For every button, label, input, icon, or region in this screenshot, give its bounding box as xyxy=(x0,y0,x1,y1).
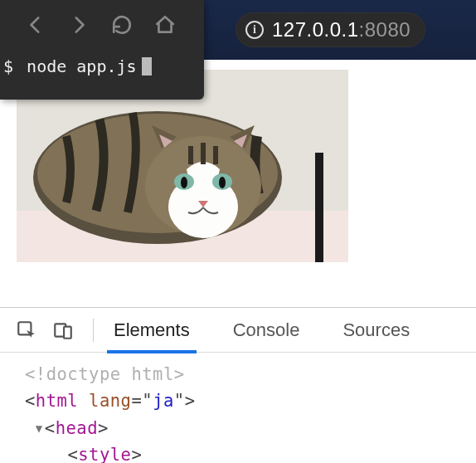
browser-nav-buttons xyxy=(0,0,204,50)
browser-toolbar: $ node app.js i 127.0.0.1:8080 xyxy=(0,0,476,60)
terminal-window: $ node app.js xyxy=(0,0,204,100)
svg-point-9 xyxy=(181,177,187,188)
reload-icon[interactable] xyxy=(111,14,133,36)
code-head[interactable]: ▼<head> xyxy=(25,415,476,441)
tab-sources[interactable]: Sources xyxy=(339,308,413,353)
tab-console[interactable]: Console xyxy=(230,308,304,353)
svg-point-10 xyxy=(219,177,226,188)
terminal-cursor xyxy=(142,57,152,76)
address-bar[interactable]: i 127.0.0.1:8080 xyxy=(236,12,425,47)
elements-tree[interactable]: <!doctype html> <html lang="ja"> ▼<head>… xyxy=(0,353,476,463)
devtools-panel: Elements Console Sources <!doctype html>… xyxy=(0,307,476,463)
twisty-icon[interactable]: ▼ xyxy=(36,419,43,437)
forward-icon[interactable] xyxy=(68,14,90,36)
back-icon[interactable] xyxy=(25,14,46,36)
terminal-command: node app.js xyxy=(27,56,136,76)
code-style[interactable]: <style> xyxy=(25,441,476,463)
url-port: :8080 xyxy=(359,18,411,41)
code-html-open[interactable]: <html lang="ja"> xyxy=(25,387,476,414)
code-doctype: <!doctype html> xyxy=(25,361,476,387)
svg-rect-2 xyxy=(315,153,323,262)
site-info-icon[interactable]: i xyxy=(245,21,264,39)
svg-rect-13 xyxy=(64,326,71,338)
url-host: 127.0.0.1 xyxy=(272,18,359,41)
separator xyxy=(93,319,94,342)
url-text: 127.0.0.1:8080 xyxy=(272,18,410,41)
terminal-prompt: $ xyxy=(3,56,13,76)
device-toggle-icon[interactable] xyxy=(50,317,76,344)
home-icon[interactable] xyxy=(154,14,176,36)
tab-elements[interactable]: Elements xyxy=(110,308,193,353)
terminal-line: $ node app.js xyxy=(0,50,204,76)
devtools-tabbar: Elements Console Sources xyxy=(0,308,476,353)
inspect-icon[interactable] xyxy=(13,317,40,344)
